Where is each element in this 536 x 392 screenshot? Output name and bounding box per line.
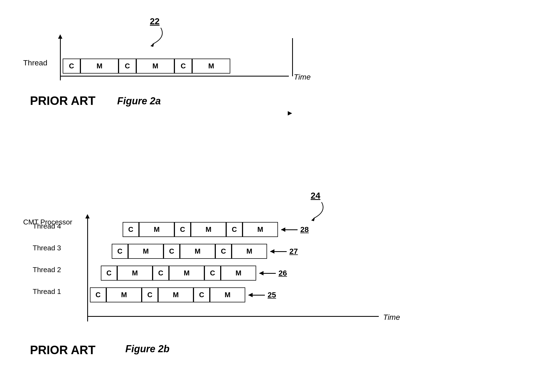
t1-m2: M <box>158 287 193 302</box>
seg-c3-2a: C <box>174 59 192 74</box>
row-label-thread1: Thread 1 <box>33 287 61 296</box>
thread-row-1: C M C M C M <box>90 287 245 302</box>
y-axis-2a <box>60 38 61 80</box>
arrow-25-icon <box>249 295 265 296</box>
t2-m2: M <box>169 266 204 281</box>
caption-2a: Figure 2a <box>117 95 161 107</box>
t2-m1: M <box>117 266 153 281</box>
ref-28: 28 <box>281 225 309 234</box>
seg-m1-2a: M <box>80 59 119 74</box>
x-axis-arrow-2a <box>288 111 292 116</box>
prior-art-2a: PRIOR ART <box>30 94 95 108</box>
seg-m2-2a: M <box>136 59 174 74</box>
label-24: 24 <box>311 191 320 201</box>
t1-c1: C <box>90 287 106 302</box>
x-label-2b: Time <box>383 313 400 322</box>
label-22: 22 <box>150 16 160 26</box>
arrow-27-icon <box>270 251 287 252</box>
y-axis-2b <box>87 218 88 321</box>
t4-m2: M <box>191 222 226 237</box>
t1-m1: M <box>106 287 142 302</box>
axes-2a: Thread C M C M C M Time <box>60 38 294 87</box>
t4-c3: C <box>226 222 243 237</box>
t4-c2: C <box>174 222 191 237</box>
t2-c1: C <box>101 266 117 281</box>
t2-m3: M <box>221 266 256 281</box>
x-axis-2a <box>60 76 289 77</box>
thread-label-2a: Thread <box>23 59 47 67</box>
t2-c3: C <box>204 266 221 281</box>
row-label-thread4: Thread 4 <box>33 222 61 230</box>
axes-2b: CMT Processor Thread 4 C M C M C M 28 Th… <box>87 218 387 332</box>
t3-m2: M <box>180 244 215 259</box>
ref-26: 26 <box>259 269 287 278</box>
caption-2b: Figure 2b <box>125 343 169 355</box>
t4-m3: M <box>243 222 278 237</box>
ref-25: 25 <box>249 291 276 299</box>
y-axis-arrow-2b <box>85 214 90 218</box>
arrow-26-icon <box>259 273 276 274</box>
t1-m3: M <box>210 287 245 302</box>
t3-m3: M <box>232 244 267 259</box>
x-label-2a: Time <box>294 73 311 81</box>
y-axis-arrow-2a <box>58 34 62 39</box>
t4-c1: C <box>123 222 139 237</box>
thread-bar-2a: C M C M C M <box>63 59 230 74</box>
x-axis-2b <box>87 316 379 317</box>
t4-m1: M <box>139 222 174 237</box>
vert-line-2a <box>292 38 293 76</box>
prior-art-2b: PRIOR ART <box>30 343 95 357</box>
thread-row-2: C M C M C M <box>101 266 256 281</box>
page-container: 22 Thread C M C M C M <box>0 0 536 392</box>
row-label-thread3: Thread 3 <box>33 244 61 252</box>
thread-row-3: C M C M C M <box>112 244 267 259</box>
t2-c2: C <box>153 266 169 281</box>
t1-c3: C <box>193 287 210 302</box>
seg-c1-2a: C <box>63 59 80 74</box>
t3-c2: C <box>163 244 180 259</box>
t3-c1: C <box>112 244 128 259</box>
thread-row-4: C M C M C M <box>123 222 278 237</box>
ref-27: 27 <box>270 247 298 256</box>
t1-c2: C <box>142 287 158 302</box>
seg-m3-2a: M <box>192 59 230 74</box>
t3-c3: C <box>215 244 232 259</box>
t3-m1: M <box>128 244 163 259</box>
arrow-28-icon <box>281 229 298 230</box>
row-label-thread2: Thread 2 <box>33 266 61 274</box>
seg-c2-2a: C <box>119 59 136 74</box>
